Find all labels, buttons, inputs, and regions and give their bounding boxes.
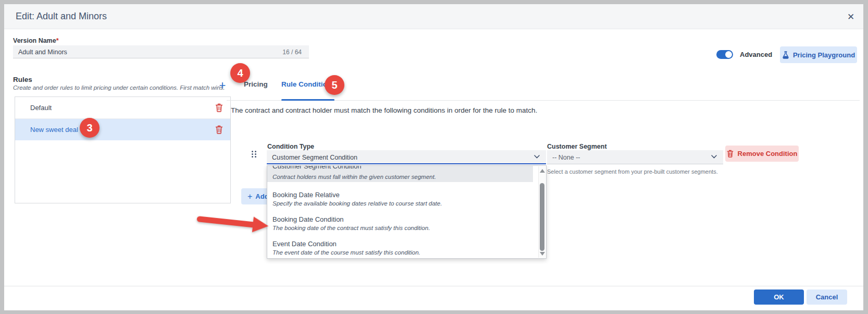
dropdown-option-booking-date-relative[interactable]: Booking Date Relative Specify the availa… bbox=[267, 191, 533, 207]
dropdown-option-customer-segment-condition[interactable]: Customer Segment Condition Contract hold… bbox=[267, 166, 533, 182]
dropdown-option-event-date-condition[interactable]: Event Date Condition The event date of t… bbox=[267, 240, 533, 256]
rules-subtitle: Create and order rules to limit pricing … bbox=[13, 84, 225, 91]
chevron-down-icon bbox=[534, 155, 540, 159]
annotation-circle-4: 4 bbox=[230, 63, 250, 83]
rules-list: Default New sweet deal bbox=[15, 96, 231, 203]
option-title: Customer Segment Condition bbox=[272, 166, 362, 170]
dropdown-option-booking-date-condition[interactable]: Booking Date Condition The booking date … bbox=[267, 215, 533, 232]
drag-handle-icon[interactable] bbox=[252, 151, 257, 160]
version-name-label: Version Name* bbox=[13, 37, 59, 44]
customer-segment-label: Customer Segment bbox=[547, 143, 607, 150]
annotation-circle-5: 5 bbox=[325, 75, 344, 95]
scroll-down-icon[interactable] bbox=[540, 252, 545, 256]
pricing-playground-button[interactable]: Pricing Playground bbox=[780, 46, 857, 63]
option-title: Event Date Condition bbox=[272, 240, 533, 248]
version-name-value: Adult and Minors bbox=[18, 49, 67, 56]
version-name-label-text: Version Name bbox=[13, 37, 56, 44]
delete-rule-icon[interactable] bbox=[215, 125, 223, 134]
dropdown-scrollbar[interactable] bbox=[538, 166, 545, 258]
modal-title: Edit: Adult and Minors bbox=[16, 11, 107, 22]
cancel-button[interactable]: Cancel bbox=[807, 289, 847, 305]
condition-type-value: Customer Segment Condition bbox=[272, 154, 357, 161]
required-asterisk: * bbox=[56, 37, 59, 44]
condition-type-select[interactable]: Customer Segment Condition bbox=[267, 150, 546, 164]
tab-pricing[interactable]: Pricing bbox=[244, 80, 268, 88]
footer-divider bbox=[4, 286, 863, 286]
option-description: Specify the available booking dates rela… bbox=[272, 200, 533, 207]
customer-segment-select[interactable]: -- None -- bbox=[547, 150, 723, 164]
remove-condition-button[interactable]: Remove Condition bbox=[725, 146, 799, 162]
trash-icon bbox=[727, 150, 734, 158]
toggle-knob bbox=[725, 51, 732, 58]
annotation-arrow bbox=[196, 211, 270, 234]
active-tab-underline bbox=[281, 99, 334, 101]
rule-conditions-intro: The contract and contract holder must ma… bbox=[231, 106, 537, 114]
arrow-shaft bbox=[196, 216, 255, 228]
ok-button[interactable]: OK bbox=[754, 289, 804, 305]
version-name-input[interactable]: Adult and Minors 16 / 64 bbox=[13, 45, 309, 58]
delete-rule-icon[interactable] bbox=[215, 103, 223, 112]
pricing-playground-label: Pricing Playground bbox=[793, 51, 855, 59]
arrow-head-icon bbox=[252, 216, 269, 234]
rule-row-new-sweet-deal[interactable]: New sweet deal bbox=[15, 119, 230, 140]
rule-name: Default bbox=[30, 104, 215, 112]
chevron-down-icon bbox=[711, 155, 717, 159]
rule-row-default[interactable]: Default bbox=[15, 97, 230, 119]
modal-header: Edit: Adult and Minors ✕ bbox=[4, 4, 863, 29]
add-rule-button[interactable]: + bbox=[216, 79, 229, 93]
remove-condition-label: Remove Condition bbox=[738, 150, 798, 158]
advanced-label: Advanced bbox=[740, 51, 772, 58]
option-title: Booking Date Condition bbox=[272, 215, 533, 223]
rules-title: Rules bbox=[13, 76, 32, 83]
edit-version-modal: Edit: Adult and Minors ✕ Version Name* A… bbox=[4, 4, 863, 310]
advanced-toggle[interactable] bbox=[716, 50, 733, 59]
option-description: The booking date of the contract must sa… bbox=[272, 225, 533, 232]
option-description: Contract holders must fall within the gi… bbox=[272, 174, 436, 180]
annotation-circle-3: 3 bbox=[80, 118, 100, 138]
scroll-up-icon[interactable] bbox=[540, 169, 545, 173]
version-name-char-counter: 16 / 64 bbox=[282, 49, 302, 56]
close-icon[interactable]: ✕ bbox=[844, 10, 858, 24]
scrollbar-thumb[interactable] bbox=[540, 183, 544, 251]
condition-type-label: Condition Type bbox=[267, 143, 314, 150]
option-description: The event date of the course must satisf… bbox=[272, 249, 533, 256]
rule-name: New sweet deal bbox=[30, 126, 215, 134]
customer-segment-help: Select a customer segment from your pre-… bbox=[547, 168, 718, 175]
customer-segment-value: -- None -- bbox=[552, 154, 580, 161]
option-title: Booking Date Relative bbox=[272, 191, 533, 199]
condition-type-dropdown: Customer Segment Condition Contract hold… bbox=[267, 165, 547, 259]
flask-icon bbox=[782, 51, 789, 59]
plus-icon: + bbox=[247, 192, 252, 201]
